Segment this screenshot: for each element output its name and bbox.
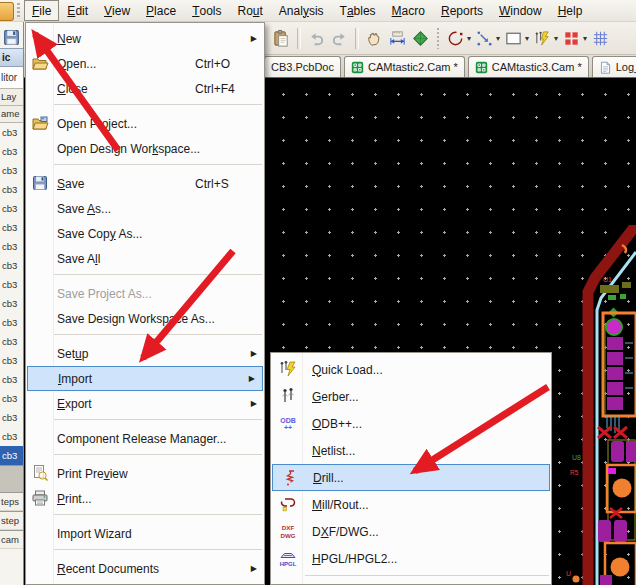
menu-item-netlist[interactable]: Netlist... — [271, 437, 551, 464]
undo-icon[interactable] — [305, 27, 328, 50]
menu-item-recent-projects[interactable]: Recent Projects▶ — [26, 581, 264, 585]
paste-icon[interactable] — [270, 27, 293, 50]
menu-item-label: Save — [57, 177, 84, 191]
menu-item-close[interactable]: CloseCtrl+F4 — [26, 76, 264, 101]
align-tool-icon-dropdown[interactable]: ▾ — [496, 34, 500, 43]
menu-help[interactable]: Help — [550, 0, 591, 21]
menu-item-gerber[interactable]: Gerber... — [271, 383, 551, 410]
rectangle-tool-icon-dropdown[interactable]: ▾ — [525, 34, 529, 43]
layer-row[interactable]: cb3 — [0, 389, 24, 408]
menu-item-label: New — [57, 32, 81, 46]
pads-tool-icon[interactable] — [560, 27, 583, 50]
panel-tab-header[interactable]: ic — [0, 48, 24, 67]
svg-text:U1: U1 — [603, 276, 612, 283]
menu-separator — [54, 514, 262, 521]
menu-separator — [54, 334, 262, 341]
align-tool-icon[interactable] — [473, 27, 496, 50]
layer-row[interactable]: cb3 — [0, 237, 24, 256]
menu-item-label: Print... — [57, 492, 92, 506]
menu-reports[interactable]: Reports — [433, 0, 491, 21]
menu-item-hpgl-hpgl2[interactable]: HPGLHPGL/HPGL2... — [271, 545, 551, 572]
menu-place[interactable]: Place — [138, 0, 184, 21]
layer-row[interactable]: cb3 — [0, 294, 24, 313]
layer-row[interactable]: cb3 — [0, 256, 24, 275]
layer-row[interactable]: cb3 — [0, 199, 24, 218]
menu-item-dxf-dwg[interactable]: DXFDWGDXF/DWG... — [271, 518, 551, 545]
tab-camtastic3-cam[interactable]: CAMtastic3.Cam * — [468, 56, 589, 77]
menu-item-label: Save Design Workspace As... — [57, 312, 215, 326]
menu-item-save-project-as[interactable]: Save Project As... — [26, 281, 264, 306]
panel-tab-teps[interactable]: teps — [0, 492, 24, 511]
redo-icon[interactable] — [328, 27, 351, 50]
layer-row[interactable]: cb3 — [0, 142, 24, 161]
layer-row[interactable]: cb3 — [0, 446, 24, 465]
save-icon[interactable] — [2, 28, 21, 47]
menu-item-print-preview[interactable]: Print Preview — [26, 461, 264, 486]
query-tool-icon[interactable] — [531, 27, 554, 50]
menu-item-import-wizard[interactable]: Import Wizard — [26, 521, 264, 546]
layer-row[interactable]: cb3 — [0, 427, 24, 446]
layer-row[interactable]: cb3 — [0, 123, 24, 142]
measure-icon[interactable] — [386, 27, 409, 50]
svg-text:DWG: DWG — [280, 532, 295, 539]
menu-file[interactable]: File — [24, 0, 59, 21]
layer-row[interactable]: cb3 — [0, 408, 24, 427]
svg-text:DXF: DXF — [282, 524, 295, 531]
menu-rout[interactable]: Rout — [229, 0, 270, 21]
panel-editor-select[interactable]: litor — [0, 67, 24, 89]
menu-item-setup[interactable]: Setup▶ — [26, 341, 264, 366]
arc-tool-icon-dropdown[interactable]: ▾ — [467, 34, 471, 43]
menu-item-save-all[interactable]: Save All — [26, 246, 264, 271]
menu-edit[interactable]: Edit — [59, 0, 96, 21]
layer-row[interactable]: cb3 — [0, 161, 24, 180]
menu-item-save-design-workspace-as[interactable]: Save Design Workspace As... — [26, 306, 264, 331]
panel-tab-cam[interactable]: cam — [0, 530, 24, 549]
menu-item-drill[interactable]: Drill... — [272, 464, 550, 491]
menu-item-label: Print Preview — [57, 467, 128, 481]
toolbar-grip[interactable] — [437, 28, 439, 49]
menu-window[interactable]: Window — [491, 0, 550, 21]
tab-label: CAMtastic3.Cam * — [492, 61, 582, 73]
menu-view[interactable]: View — [96, 0, 138, 21]
menu-item-mill-rout[interactable]: Mill/Rout... — [271, 491, 551, 518]
board-icon[interactable] — [409, 27, 432, 50]
menu-item-new[interactable]: New▶ — [26, 26, 264, 51]
menu-tools[interactable]: Tools — [184, 0, 229, 21]
layer-row[interactable]: cb3 — [0, 275, 24, 294]
menu-item-export[interactable]: Export▶ — [26, 391, 264, 416]
menu-item-open-project[interactable]: Open Project... — [26, 111, 264, 136]
menu-item-print[interactable]: Print... — [26, 486, 264, 511]
layer-row[interactable]: cb3 — [0, 332, 24, 351]
menu-tables[interactable]: Tables — [332, 0, 384, 21]
grid-icon[interactable] — [589, 27, 612, 50]
tab-label: CAMtastic2.Cam * — [368, 61, 458, 73]
menu-item-label: Save Copy As... — [57, 227, 142, 241]
layer-row[interactable]: cb3 — [0, 370, 24, 389]
panel-tab-step[interactable]: step — [0, 511, 24, 530]
menu-item-open[interactable]: Open...Ctrl+O — [26, 51, 264, 76]
menu-item-recent-documents[interactable]: Recent Documents▶ — [26, 556, 264, 581]
menu-item-quick-load[interactable]: Quick Load... — [271, 356, 551, 383]
tab-camtastic2-cam[interactable]: CAMtastic2.Cam * — [344, 56, 465, 77]
pan-hand-icon[interactable] — [363, 27, 386, 50]
toolbar-grip[interactable] — [17, 3, 20, 19]
pads-tool-icon-dropdown[interactable]: ▾ — [583, 34, 587, 43]
layer-row[interactable]: cb3 — [0, 218, 24, 237]
menu-item-odb[interactable]: ODB++ODB++... — [271, 410, 551, 437]
layer-row[interactable]: cb3 — [0, 313, 24, 332]
rectangle-tool-icon[interactable] — [502, 27, 525, 50]
menu-analysis[interactable]: Analysis — [271, 0, 332, 21]
menu-item-save[interactable]: SaveCtrl+S — [26, 171, 264, 196]
layer-row[interactable]: cb3 — [0, 180, 24, 199]
arc-tool-icon[interactable] — [444, 27, 467, 50]
tab-cb3-pcbdoc[interactable]: CB3.PcbDoc — [264, 56, 341, 77]
menu-item-import[interactable]: Import▶ — [27, 366, 263, 391]
menu-item-component-release-manager[interactable]: Component Release Manager... — [26, 426, 264, 451]
menu-item-save-as[interactable]: Save As... — [26, 196, 264, 221]
query-tool-icon-dropdown[interactable]: ▾ — [554, 34, 558, 43]
menu-macro[interactable]: Macro — [384, 0, 433, 21]
layer-row[interactable]: cb3 — [0, 351, 24, 370]
menu-item-save-copy-as[interactable]: Save Copy As... — [26, 221, 264, 246]
menu-item-open-design-workspace[interactable]: Open Design Workspace... — [26, 136, 264, 161]
tab-log-201[interactable]: Log_201 — [592, 56, 636, 77]
